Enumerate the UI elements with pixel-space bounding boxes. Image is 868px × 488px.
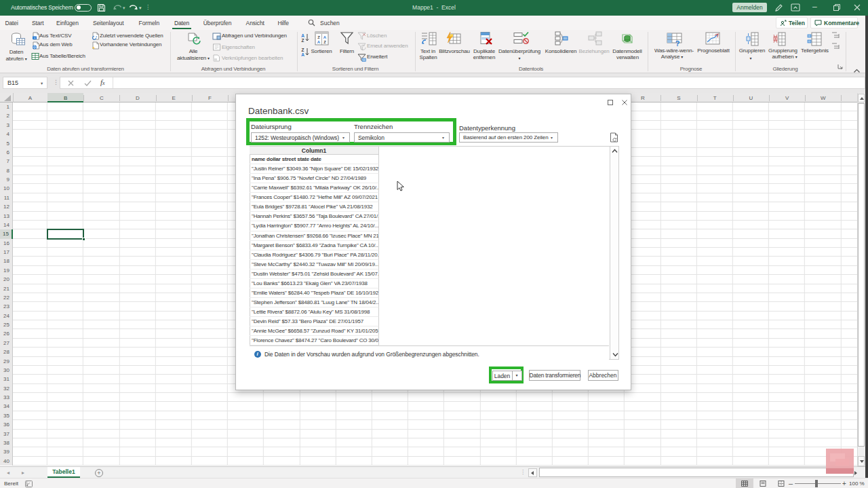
- svg-text:A: A: [317, 40, 321, 44]
- svg-text:?: ?: [675, 39, 680, 47]
- svg-text:Z: Z: [302, 38, 304, 43]
- svg-text:A: A: [301, 33, 304, 38]
- svg-text:Z: Z: [323, 40, 326, 44]
- svg-text:A: A: [323, 35, 327, 39]
- svg-text:Z: Z: [317, 35, 320, 39]
